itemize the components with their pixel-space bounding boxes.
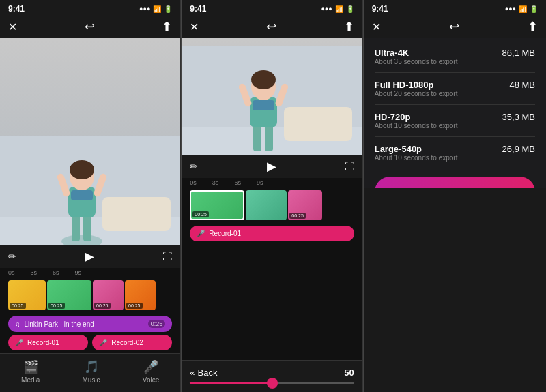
close-button-1[interactable]: ✕	[8, 20, 17, 33]
toolbar-voice[interactable]: 🎤 Voice	[143, 359, 159, 384]
clip-track-1: 00:25 00:25 00:25 00:25	[0, 277, 180, 313]
panel3-video: ✕ Export Settings Frames per second NTSC…	[364, 38, 546, 188]
panel2-slider-row: « Back 50	[190, 367, 354, 378]
timeline-mark: · · · 9s	[246, 179, 263, 186]
status-time-3: 9:41	[372, 4, 388, 14]
timeline-mark: · · · 3s	[20, 269, 38, 276]
fullscreen-icon-2[interactable]: ⛶	[345, 161, 354, 172]
export-settings-panel: ✕ Export Settings Frames per second NTSC…	[364, 38, 546, 188]
svg-point-10	[70, 160, 94, 179]
bottom-toolbar-1: 🎬 Media 🎵 Music 🎤 Voice	[0, 353, 180, 392]
clip-item[interactable]: 00:25	[93, 280, 124, 310]
toolbar-media[interactable]: 🎬 Media	[21, 359, 40, 384]
top-nav-3: ✕ ↩ ⬆	[364, 16, 546, 38]
edit-icon-2[interactable]: ✏	[190, 161, 198, 172]
res-info-540p: Large-540p About 10 seconds to export	[375, 144, 458, 162]
slider-value: 50	[344, 367, 354, 378]
res-info-720p: HD-720p About 10 seconds to export	[375, 112, 458, 130]
res-desc-540p: About 10 seconds to export	[375, 154, 458, 162]
music-track-label: Linkin Park - in the end	[25, 320, 94, 328]
mic-icon-2: 🎤	[99, 339, 107, 346]
status-time-2: 9:41	[190, 4, 206, 14]
edit-icon-1[interactable]: ✏	[8, 251, 16, 262]
upload-button-1[interactable]: ⬆	[162, 19, 172, 34]
mic-icon-1: 🎤	[15, 339, 23, 346]
timeline-2: 0s · · · 3s · · · 6s · · · 9s	[182, 178, 362, 187]
resolution-option-540p[interactable]: Large-540p About 10 seconds to export 26…	[375, 137, 535, 168]
upload-button-3[interactable]: ⬆	[528, 19, 538, 34]
resolution-options: Ultra-4K About 35 seconds to export 86,1…	[375, 41, 535, 168]
voice-track-label-2: Record-02	[111, 339, 143, 346]
music-track[interactable]: ♫ Linkin Park - in the end 0:25	[8, 316, 172, 332]
panel-1: 9:41 ●●● 📶 🔋 ✕ ↩ ⬆	[0, 0, 181, 392]
upload-button-2[interactable]: ⬆	[344, 19, 354, 34]
undo-button-2[interactable]: ↩	[266, 19, 276, 34]
voice-track-panel2[interactable]: 🎤 Record-01	[190, 226, 354, 241]
res-name-540p: Large-540p	[375, 144, 458, 154]
close-button-2[interactable]: ✕	[190, 20, 199, 33]
audio-tracks-2: 🎤 Record-01	[182, 223, 362, 244]
resolution-section: Resolution Full HD: Crystal-clear playba…	[375, 38, 535, 168]
wifi-icon-3: 📶	[519, 5, 527, 13]
clip-item[interactable]	[246, 190, 287, 220]
panel2-bottom-controls: « Back 50	[182, 360, 362, 392]
woman-figure-1	[0, 136, 180, 245]
battery-icon-1: 🔋	[164, 5, 172, 13]
panel-2: 9:41 ●●● 📶 🔋 ✕ ↩ ⬆	[182, 0, 362, 392]
video-controls-2: ✏ ▶ ⛶	[182, 155, 362, 178]
close-button-3[interactable]: ✕	[372, 20, 381, 33]
svg-rect-5	[83, 214, 91, 241]
status-time-1: 9:41	[8, 4, 25, 14]
status-bar-3: 9:41 ●●● 📶 🔋	[364, 0, 546, 16]
voice-track-2[interactable]: 🎤 Record-02	[92, 335, 172, 350]
clip-item[interactable]: 00:25	[288, 190, 322, 220]
panel2-slider-fill	[190, 382, 272, 384]
save-export-button[interactable]: Save Export Settings	[375, 177, 535, 188]
clip-item-active[interactable]: 00:25	[190, 190, 244, 220]
undo-button-1[interactable]: ↩	[85, 19, 95, 34]
res-size-4k: 86,1 MB	[502, 48, 535, 58]
signal-icon-2: ●●●	[321, 5, 332, 12]
timeline-1: 0s · · · 3s · · · 6s · · · 9s	[0, 268, 180, 277]
clip-badge: 00:25	[289, 213, 306, 219]
play-button-2[interactable]: ▶	[267, 159, 276, 174]
clip-badge: 00:25	[126, 303, 143, 309]
res-size-540p: 26,9 MB	[502, 144, 535, 154]
clip-item[interactable]: 00:25	[8, 280, 46, 310]
music-toolbar-icon: 🎵	[84, 359, 99, 374]
panel2-slider[interactable]	[190, 382, 354, 384]
toolbar-music[interactable]: 🎵 Music	[82, 359, 100, 384]
timeline-mark: · · · 6s	[42, 269, 59, 276]
top-nav-1: ✕ ↩ ⬆	[0, 16, 180, 38]
clip-item[interactable]: 00:25	[47, 280, 91, 310]
resolution-option-4k[interactable]: Ultra-4K About 35 seconds to export 86,1…	[375, 41, 535, 73]
music-track-duration: 0:25	[148, 320, 166, 328]
music-label: Music	[82, 376, 100, 384]
res-name-720p: HD-720p	[375, 112, 458, 122]
status-icons-3: ●●● 📶 🔋	[505, 5, 538, 13]
svg-rect-14	[284, 107, 352, 141]
undo-button-3[interactable]: ↩	[449, 19, 459, 34]
media-icon: 🎬	[23, 359, 38, 374]
video-content-2	[182, 38, 362, 155]
video-content-1	[0, 38, 180, 245]
signal-icon-1: ●●●	[139, 5, 150, 12]
wifi-icon-2: 📶	[335, 5, 343, 13]
back-label: Back	[198, 367, 218, 378]
timeline-mark: 0s	[8, 269, 15, 276]
svg-rect-4	[72, 214, 80, 241]
clip-badge: 00:25	[10, 303, 26, 309]
mic-icon-panel2: 🎤	[197, 230, 205, 237]
fullscreen-icon-1[interactable]: ⛶	[162, 251, 172, 262]
status-bar-1: 9:41 ●●● 📶 🔋	[0, 0, 180, 16]
svg-point-21	[251, 70, 276, 89]
clip-item[interactable]: 00:25	[125, 280, 156, 310]
resolution-option-720p[interactable]: HD-720p About 10 seconds to export 35,3 …	[375, 105, 535, 137]
res-desc-4k: About 35 seconds to export	[375, 58, 458, 65]
back-button[interactable]: « Back	[190, 367, 217, 378]
resolution-option-1080p[interactable]: Full HD-1080p About 20 seconds to export…	[375, 73, 535, 105]
voice-track-1[interactable]: 🎤 Record-01	[8, 335, 88, 350]
play-button-1[interactable]: ▶	[85, 249, 94, 264]
signal-icon-3: ●●●	[505, 5, 516, 12]
back-chevron-icon: «	[190, 367, 195, 378]
